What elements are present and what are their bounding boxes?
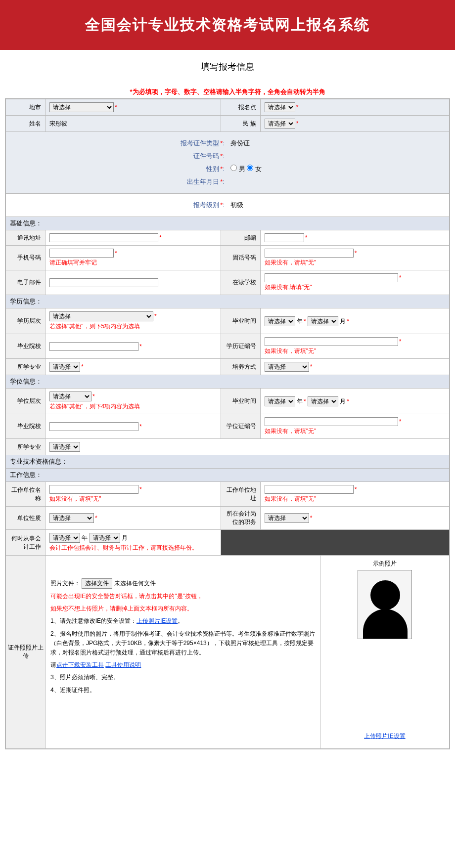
grad-year-select[interactable]: 请选择 — [265, 316, 295, 326]
label-degree-school: 毕业院校 — [6, 414, 46, 439]
email-input[interactable] — [49, 278, 158, 287]
degree-level-select[interactable]: 请选择 — [49, 391, 91, 401]
label-zip: 邮编 — [221, 230, 260, 246]
train-mode-select[interactable]: 请选择 — [265, 362, 309, 372]
addr-input[interactable] — [49, 233, 158, 242]
section-protitle: 专业技术资格信息： — [6, 455, 450, 469]
gender-male[interactable]: 男 — [230, 165, 245, 173]
system-banner: 全国会计专业技术资格考试网上报名系统 — [0, 0, 455, 50]
sample-photo-label: 示例照片 — [324, 560, 445, 568]
work-addr-input[interactable] — [265, 485, 354, 494]
id-type-value: 身份证 — [228, 139, 381, 148]
label-degree-level: 学位层次 — [6, 389, 46, 414]
label-major: 所学专业 — [6, 359, 46, 375]
level-block: 报考级别*:初级 — [6, 194, 449, 217]
ethnic-select[interactable]: 请选择 — [265, 119, 295, 129]
label-phone: 固话号码 — [221, 246, 260, 270]
photo-warn-1: 可能会出现IE的安全警告对话框，请点击其中的"是"按钮， — [50, 592, 315, 601]
ie-settings-link[interactable]: 上传照片IE设置 — [136, 617, 178, 624]
work-year-select[interactable]: 请选择 — [49, 533, 80, 543]
zip-input[interactable] — [265, 233, 304, 242]
photo-section: 证件照照片上传 照片文件： 选择文件 未选择任何文件 可能会出现IE的安全警告对… — [6, 556, 449, 748]
level-value: 初级 — [228, 201, 381, 210]
avatar-head-icon — [370, 580, 400, 610]
label-addr: 通讯地址 — [6, 230, 46, 246]
label-degree-major: 所学专业 — [6, 439, 46, 455]
grad-school-input[interactable] — [49, 342, 138, 351]
site-select[interactable]: 请选择 — [265, 102, 295, 112]
phone-input[interactable] — [265, 249, 354, 258]
photo-tip-1a: 1、请先注意修改IE的安全设置： — [50, 617, 136, 624]
choose-file-button[interactable]: 选择文件 — [82, 578, 112, 589]
hint-school: 如果没有,请填"无" — [265, 283, 445, 292]
label-work-addr: 工作单位地址 — [221, 482, 260, 507]
section-edu: 学历信息： — [6, 295, 450, 308]
download-tool-link[interactable]: 点击下载安装工具 — [56, 661, 104, 668]
work-type-select[interactable]: 请选择 — [49, 513, 94, 523]
degree-major-select[interactable]: 请选择 — [49, 442, 80, 452]
hint-work-name: 如果没有，请填"无" — [49, 495, 217, 503]
label-ethnic: 民 族 — [221, 116, 260, 132]
label-degree-cert: 学位证编号 — [221, 414, 260, 439]
work-pos-select[interactable]: 请选择 — [265, 513, 309, 523]
label-city: 地市 — [6, 99, 46, 116]
degree-cert-input[interactable] — [265, 417, 398, 426]
label-photo: 证件照照片上传 — [6, 556, 46, 748]
grad-month-select[interactable]: 请选择 — [308, 316, 338, 326]
degree-school-input[interactable] — [49, 422, 138, 431]
required-notice: *为必填项，字母、数字、空格请输入半角字符，全角会自动转为半角 — [0, 84, 455, 98]
photo-warn-2: 如果您不想上传照片，请删掉上面文本框内所有内容。 — [50, 604, 315, 613]
label-edu-level: 学历层次 — [6, 308, 46, 334]
major-select[interactable]: 请选择 — [49, 362, 80, 372]
hint-mobile: 请正确填写并牢记 — [49, 259, 217, 267]
label-name: 姓名 — [6, 116, 46, 132]
mobile-input[interactable] — [49, 249, 114, 258]
photo-tip-4: 4、近期证件照。 — [50, 686, 315, 695]
hint-degree-cert: 如果没有，请填"无" — [265, 427, 445, 435]
label-edu-cert: 学历证编号 — [221, 334, 260, 359]
hint-edu-other: 若选择"其他"，则下5项内容为选填 — [49, 322, 217, 331]
no-file-text: 未选择任何文件 — [114, 580, 156, 587]
photo-tip-2: 2、报名时使用的照片，将用于制作准考证、会计专业技术资格证书等。考生须准备标准证… — [50, 629, 315, 658]
hint-work-addr: 如果没有，请填"无" — [265, 495, 445, 503]
school-input[interactable] — [265, 273, 398, 282]
identity-block: 报考证件类型*:身份证 证件号码*: 性别*: 男 女 出生年月日*: — [6, 132, 449, 193]
avatar-body-icon — [363, 609, 408, 639]
hint-degree-other: 若选择"其他"，则下4项内容为选填 — [49, 402, 217, 411]
label-work-pos: 所在会计岗位的职务 — [221, 507, 260, 530]
gender-female[interactable]: 女 — [247, 165, 262, 173]
degree-year-select[interactable]: 请选择 — [265, 396, 295, 406]
edu-level-select[interactable]: 请选择 — [49, 311, 153, 321]
sample-photo — [358, 570, 412, 639]
photo-tip-3: 3、照片必须清晰、完整。 — [50, 673, 315, 682]
hint-phone: 如果没有，请填"无" — [265, 259, 445, 267]
hint-edu-cert: 如果没有，请填"无" — [265, 347, 445, 355]
label-site: 报名点 — [221, 99, 260, 116]
label-work-type: 单位性质 — [6, 507, 46, 530]
section-work: 工作信息： — [6, 469, 450, 482]
label-grad-time: 毕业时间 — [221, 308, 260, 334]
page-title: 填写报考信息 — [0, 50, 455, 84]
label-work-name: 工作单位名称 — [6, 482, 46, 507]
label-degree-time: 毕业时间 — [221, 389, 260, 414]
work-name-input[interactable] — [49, 485, 138, 494]
label-train-mode: 培养方式 — [221, 359, 260, 375]
form-container: 地市 请选择* 报名点 请选择* 姓名 宋彤彼 民 族 请选择* 报考证件类型*… — [5, 98, 450, 749]
label-work-when: 何时从事会计工作 — [6, 530, 46, 556]
section-basic: 基础信息： — [6, 217, 450, 230]
degree-month-select[interactable]: 请选择 — [308, 396, 338, 406]
tool-manual-link[interactable]: 工具使用说明 — [105, 661, 141, 668]
name-value: 宋彤彼 — [46, 116, 221, 132]
edu-cert-input[interactable] — [265, 337, 398, 346]
ie-settings-link-2[interactable]: 上传照片IE设置 — [364, 733, 405, 739]
label-school: 在读学校 — [221, 270, 260, 295]
label-mobile: 手机号码 — [6, 246, 46, 270]
label-email: 电子邮件 — [6, 270, 46, 295]
label-photo-file: 照片文件： — [50, 580, 80, 587]
work-month-select[interactable]: 请选择 — [90, 533, 120, 543]
hint-work-when: 会计工作包括会计、财务与审计工作，请直接选择年份。 — [49, 544, 217, 552]
label-grad-school: 毕业院校 — [6, 334, 46, 359]
section-degree: 学位信息： — [6, 375, 450, 389]
city-select[interactable]: 请选择 — [49, 102, 114, 112]
